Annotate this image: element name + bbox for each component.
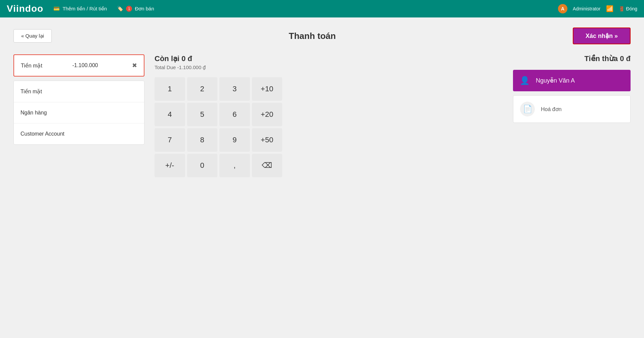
invoice-label: Hoá đơn — [541, 106, 562, 112]
numpad-plus50[interactable]: +50 — [252, 128, 283, 152]
total-due-row: Total Due -1.100.000 ₫ — [155, 64, 503, 70]
header-row: « Quay lại Thanh toán Xác nhận » — [13, 28, 631, 44]
numpad-plusminus[interactable]: +/- — [155, 154, 185, 177]
back-button[interactable]: « Quay lại — [13, 29, 52, 43]
nav-money-label: Thêm tiền / Rút tiền — [62, 6, 107, 12]
payment-methods-list: Tiền mặt Ngân hàng Customer Account — [13, 81, 144, 145]
confirm-button[interactable]: Xác nhận » — [573, 28, 631, 44]
logo: Viindoo — [7, 3, 43, 14]
total-due-label: Total Due — [155, 64, 176, 70]
close-label: Đóng — [626, 6, 637, 11]
admin-name: Administrator — [573, 6, 600, 11]
total-due-value: -1.100.000 ₫ — [177, 64, 206, 70]
left-panel: Tiền mặt -1.100.000 ✖ Tiền mặt Ngân hàng… — [13, 54, 144, 177]
payment-method-customer-account[interactable]: Customer Account — [14, 124, 144, 144]
person-icon: 👤 — [520, 76, 530, 85]
customer-name: Nguyễn Văn A — [536, 77, 575, 84]
customer-button[interactable]: 👤 Nguyễn Văn A — [513, 70, 631, 91]
amount-info: Còn lại 0 đ Total Due -1.100.000 ₫ — [155, 54, 503, 70]
center-panel: Còn lại 0 đ Total Due -1.100.000 ₫ 1 2 3… — [155, 54, 503, 177]
numpad-backspace[interactable]: ⌫ — [252, 154, 283, 177]
remove-payment-button[interactable]: ✖ — [132, 62, 137, 69]
content-area: Tiền mặt -1.100.000 ✖ Tiền mặt Ngân hàng… — [13, 54, 631, 177]
topbar-right: A Administrator 📶 🚪 Đóng — [558, 4, 637, 13]
numpad-4[interactable]: 4 — [155, 103, 185, 126]
numpad-plus20[interactable]: +20 — [252, 103, 283, 126]
money-icon: 💳 — [53, 6, 60, 12]
close-icon: 🚪 — [619, 6, 625, 11]
payment-method-cash[interactable]: Tiền mặt — [14, 81, 144, 102]
numpad-plus10[interactable]: +10 — [252, 77, 283, 101]
remaining-amount: Còn lại 0 đ — [155, 54, 503, 63]
close-button[interactable]: 🚪 Đóng — [619, 6, 637, 11]
numpad-2[interactable]: 2 — [187, 77, 218, 101]
topbar-left: Viindoo 💳 Thêm tiền / Rút tiền 🏷️ 1 Đơn … — [7, 3, 154, 14]
admin-avatar: A — [558, 4, 567, 13]
numpad-0[interactable]: 0 — [187, 154, 218, 177]
document-icon: 📄 — [520, 102, 535, 116]
numpad-1[interactable]: 1 — [155, 77, 185, 101]
selected-payment-method[interactable]: Tiền mặt -1.100.000 ✖ — [13, 54, 144, 77]
topbar: Viindoo 💳 Thêm tiền / Rút tiền 🏷️ 1 Đơn … — [0, 0, 644, 17]
nav-item-money[interactable]: 💳 Thêm tiền / Rút tiền — [53, 6, 107, 12]
change-amount: Tiền thừa 0 đ — [513, 54, 631, 63]
payment-method-bank[interactable]: Ngân hàng — [14, 102, 144, 124]
page-title: Thanh toán — [289, 31, 336, 41]
numpad-7[interactable]: 7 — [155, 128, 185, 152]
selected-method-name: Tiền mặt — [21, 62, 42, 69]
numpad-comma[interactable]: , — [219, 154, 250, 177]
numpad-9[interactable]: 9 — [219, 128, 250, 152]
numpad: 1 2 3 +10 4 5 6 +20 7 8 9 +50 +/- 0 , ⌫ — [155, 77, 282, 177]
invoice-button[interactable]: 📄 Hoá đơn — [513, 95, 631, 123]
numpad-6[interactable]: 6 — [219, 103, 250, 126]
numpad-3[interactable]: 3 — [219, 77, 250, 101]
right-panel: Tiền thừa 0 đ 👤 Nguyễn Văn A 📄 Hoá đơn — [513, 54, 631, 177]
nav-orders-label: Đơn bán — [135, 6, 154, 12]
nav-item-orders[interactable]: 🏷️ 1 Đơn bán — [117, 6, 154, 12]
selected-method-amount: -1.100.000 — [72, 62, 98, 68]
wifi-icon: 📶 — [606, 5, 613, 12]
numpad-8[interactable]: 8 — [187, 128, 218, 152]
main-content: « Quay lại Thanh toán Xác nhận » Tiền mặ… — [0, 17, 644, 187]
orders-badge: 1 — [126, 6, 132, 12]
orders-icon: 🏷️ — [117, 6, 123, 12]
numpad-5[interactable]: 5 — [187, 103, 218, 126]
